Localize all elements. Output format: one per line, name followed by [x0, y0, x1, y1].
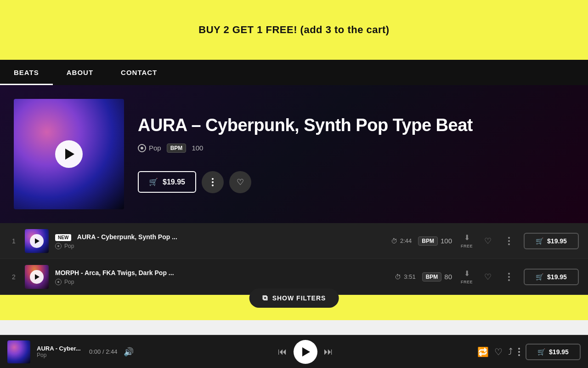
track-number: 1 [9, 237, 18, 245]
play-icon [65, 149, 74, 160]
player-buy-button[interactable]: 🛒 $19.95 [526, 344, 581, 360]
track-genre-row: Pop [55, 243, 384, 249]
track-info: NEW AURA - Cyberpunk, Synth Pop ... Pop [55, 233, 384, 249]
skip-back-button[interactable]: ⏮ [278, 346, 287, 357]
free-label: FREE [461, 244, 473, 248]
bpm-badge: BPM [422, 272, 442, 282]
track-favorite-button[interactable]: ♡ [480, 233, 496, 249]
track-list-container: 1 NEW AURA - Cyberpunk, Synth Pop ... Po… [0, 223, 588, 295]
player-bar: AURA - Cyber... Pop 0:00 / 2:44 🔊 ⏮ ⏭ 🔁 … [0, 335, 588, 368]
track-thumbnail [25, 265, 49, 289]
hero-image [14, 99, 124, 209]
dots-icon [212, 178, 214, 186]
dots-icon [508, 273, 510, 281]
dots-icon [508, 237, 510, 245]
nav-item-beats[interactable]: BEATS [0, 60, 53, 85]
track-thumbnail [25, 229, 49, 253]
track-more-button[interactable] [501, 233, 517, 249]
cart-icon: 🛒 [536, 237, 543, 245]
track-new-badge: NEW [55, 234, 71, 241]
bpm-value: 80 [444, 273, 452, 281]
clock-icon: ⏱ [391, 237, 397, 245]
heart-icon: ♡ [484, 272, 492, 282]
hero-title: AURA – Cyberpunk, Synth Pop Type Beat [138, 115, 574, 136]
track-name: MORPH - Arca, FKA Twigs, Dark Pop ... [55, 269, 174, 276]
player-track-info: AURA - Cyber... Pop [37, 345, 83, 358]
repeat-button[interactable]: 🔁 [477, 346, 489, 357]
track-title-row: NEW AURA - Cyberpunk, Synth Pop ... [55, 233, 384, 241]
track-buy-button[interactable]: 🛒 $19.95 [524, 233, 579, 249]
track-genre-icon [55, 243, 62, 249]
nav-item-contact[interactable]: CONTACT [107, 60, 171, 85]
track-bpm: BPM 80 [422, 272, 452, 282]
player-more-button[interactable] [518, 348, 520, 356]
track-favorite-button[interactable]: ♡ [480, 269, 496, 285]
player-play-button[interactable] [294, 340, 317, 364]
download-icon: ⬇ [464, 269, 470, 278]
track-more-button[interactable] [501, 269, 517, 285]
promo-text: BUY 2 GET 1 FREE! (add 3 to the cart) [198, 24, 389, 36]
bpm-badge: BPM [418, 236, 438, 246]
track-title-row: MORPH - Arca, FKA Twigs, Dark Pop ... [55, 269, 388, 277]
play-icon [302, 347, 310, 356]
cart-icon: 🛒 [536, 273, 543, 281]
player-right-actions: 🔁 ♡ ⤴ 🛒 $19.95 [477, 344, 581, 360]
track-genre-icon [55, 279, 62, 285]
player-share-button[interactable]: ⤴ [508, 346, 513, 357]
track-duration: ⏱ 2:44 [391, 237, 412, 245]
track-download-button[interactable]: ⬇ FREE [458, 233, 475, 249]
track-genre-label: Pop [64, 243, 74, 249]
track-row: 1 NEW AURA - Cyberpunk, Synth Pop ... Po… [0, 223, 588, 259]
player-track-name: AURA - Cyber... [37, 345, 83, 352]
track-download-button[interactable]: ⬇ FREE [458, 269, 475, 285]
download-icon: ⬇ [464, 233, 470, 242]
filter-icon: ⧉ [262, 294, 268, 302]
play-icon [35, 238, 40, 244]
cart-icon: 🛒 [537, 348, 545, 356]
hero-meta: Pop BPM 100 [138, 144, 574, 153]
hero-buy-button[interactable]: 🛒 $19.95 [138, 171, 196, 193]
hero-favorite-button[interactable]: ♡ [229, 171, 251, 193]
hero-play-button[interactable] [55, 140, 83, 168]
hero-section: AURA – Cyberpunk, Synth Pop Type Beat Po… [0, 85, 588, 223]
bpm-value: 100 [192, 144, 203, 152]
genre-icon [138, 144, 146, 152]
track-buy-button[interactable]: 🛒 $19.95 [524, 269, 579, 285]
heart-icon: ♡ [484, 236, 492, 246]
clock-icon: ⏱ [395, 273, 401, 281]
play-icon [35, 274, 40, 280]
track-actions: ⬇ FREE ♡ [458, 233, 517, 249]
nav-item-about[interactable]: ABOUT [53, 60, 107, 85]
track-info: MORPH - Arca, FKA Twigs, Dark Pop ... Po… [55, 269, 388, 285]
track-name: AURA - Cyberpunk, Synth Pop ... [77, 233, 177, 241]
track-genre-row: Pop [55, 279, 388, 285]
hero-genre: Pop [138, 144, 161, 152]
free-label: FREE [461, 280, 473, 284]
track-bpm: BPM 100 [418, 236, 452, 246]
hero-more-button[interactable] [202, 171, 224, 193]
dots-icon [518, 348, 520, 356]
player-controls: ⏮ ⏭ [140, 340, 471, 364]
track-list: 1 NEW AURA - Cyberpunk, Synth Pop ... Po… [0, 223, 588, 295]
show-filters-button[interactable]: ⧉ SHOW FILTERS [249, 288, 339, 308]
nav-bar: BEATS ABOUT CONTACT [0, 60, 588, 85]
track-duration: ⏱ 3:51 [395, 273, 415, 281]
skip-forward-button[interactable]: ⏭ [324, 346, 333, 357]
bpm-badge: BPM [167, 144, 187, 153]
track-genre-label: Pop [64, 279, 74, 285]
hero-info: AURA – Cyberpunk, Synth Pop Type Beat Po… [138, 115, 574, 193]
promo-bar: BUY 2 GET 1 FREE! (add 3 to the cart) [0, 0, 588, 60]
hero-actions: 🛒 $19.95 ♡ [138, 171, 574, 193]
player-time: 0:00 / 2:44 [89, 348, 117, 355]
player-thumbnail [7, 340, 30, 363]
player-favorite-button[interactable]: ♡ [494, 346, 503, 357]
track-number: 2 [9, 273, 18, 281]
track-play-button[interactable] [30, 270, 44, 284]
heart-icon: ♡ [237, 177, 244, 187]
player-track-genre: Pop [37, 352, 83, 358]
track-play-button[interactable] [30, 234, 44, 248]
bpm-value: 100 [441, 237, 452, 245]
track-actions: ⬇ FREE ♡ [458, 269, 517, 285]
cart-icon: 🛒 [149, 178, 158, 186]
volume-button[interactable]: 🔊 [124, 347, 134, 357]
